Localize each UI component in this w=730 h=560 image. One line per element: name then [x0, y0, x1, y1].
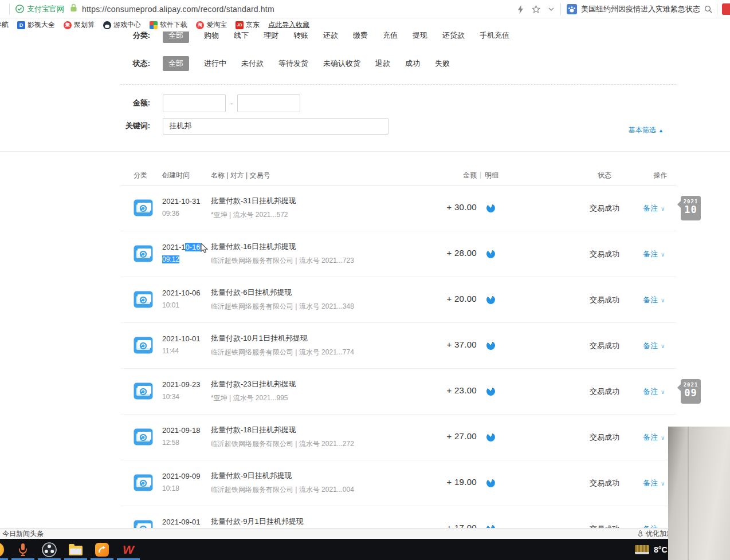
chevron-down-icon[interactable] [548, 7, 554, 11]
remark-link[interactable]: 备注∨ [643, 341, 683, 351]
screen-recorder-icon [95, 543, 109, 557]
detail-pie-icon[interactable] [486, 433, 495, 441]
status-option[interactable]: 失败 [435, 58, 450, 69]
chevron-down-icon: ∨ [661, 389, 665, 395]
row-amount: + 23.00 [390, 385, 477, 395]
video-blue-square-icon: D [17, 21, 25, 29]
bookmark-item[interactable]: 淘爱淘宝 [196, 20, 227, 30]
url-text[interactable]: https://consumeprod.alipay.com/record/st… [82, 5, 274, 14]
row-subtitle: 临沂超铁网络服务有限公司 | 流水号 2021...004 [211, 485, 354, 495]
bookmark-item[interactable]: 导航 [0, 20, 9, 30]
row-datetime: 2021-09-18 12:58 [162, 425, 201, 447]
table-row: 2021-10-06 10:01 批量付款-6日挂机邦提现 临沂超铁网络服务有限… [120, 277, 676, 323]
lock-icon [70, 3, 77, 14]
chevron-down-icon: ∨ [661, 435, 665, 441]
bookmark-item[interactable]: 软件下载 [150, 20, 187, 30]
category-option[interactable]: 还款 [323, 30, 338, 41]
bookmark-item[interactable]: 游戏中心 [103, 20, 141, 30]
taskbar-wps-button[interactable]: W [115, 539, 142, 560]
header-divider: | [480, 171, 481, 179]
keyword-input[interactable] [163, 118, 388, 135]
status-filter-row: 状态: 全部进行中未付款等待发货未确认收货退款成功失败 [120, 56, 450, 72]
category-option[interactable]: 购物 [204, 30, 219, 41]
badge-month: 09 [681, 388, 701, 399]
detail-pie-icon[interactable] [486, 250, 495, 258]
category-option[interactable]: 还贷款 [442, 30, 465, 41]
bookmark-item[interactable]: 聚聚划算 [64, 20, 95, 30]
bookmark-item[interactable]: D影视大全 [17, 20, 55, 30]
taskbar-browser-button[interactable] [0, 539, 10, 560]
status-option[interactable]: 未确认收货 [323, 58, 360, 69]
header-detail: 明细 [485, 171, 499, 180]
transactions-table: 分类 创建时间 名称 | 对方 | 交易号 金额 | 明细 状态 操作 [120, 166, 676, 552]
category-option[interactable]: 转账 [293, 30, 308, 41]
table-row: 2021-09-18 12:58 批量付款-18日挂机邦提现 临沂超铁网络服务有… [120, 415, 676, 460]
taskbar-microphone-button[interactable] [10, 539, 36, 560]
lightning-icon[interactable] [517, 5, 524, 14]
dashed-separator [120, 84, 676, 85]
status-selected[interactable]: 全部 [163, 56, 189, 71]
chevron-down-icon: ∨ [661, 297, 665, 303]
bookmark-item[interactable]: 点此导入收藏 [268, 20, 309, 30]
category-option[interactable]: 充值 [383, 30, 398, 41]
chevron-down-icon: ∨ [661, 206, 665, 212]
month-badge[interactable]: 202110 [681, 196, 701, 220]
category-option[interactable]: 线下 [234, 30, 249, 41]
status-option[interactable]: 成功 [405, 58, 420, 69]
detail-pie-icon[interactable] [486, 479, 495, 487]
news-headline-link[interactable]: 今日新闻头条 [2, 529, 44, 539]
webcam-overlay [668, 427, 730, 560]
row-datetime: 2021-10-01 11:44 [162, 334, 201, 355]
row-subtitle: *亚坤 | 流水号 2021...572 [211, 210, 296, 220]
detail-pie-icon[interactable] [486, 387, 495, 396]
search-icon[interactable] [704, 5, 712, 13]
extension-icon[interactable] [722, 3, 730, 15]
row-subtitle: *亚坤 | 流水号 2021...995 [211, 393, 296, 403]
remark-link[interactable]: 备注∨ [643, 249, 683, 259]
site-verify-badge[interactable]: 支付宝官网 [15, 4, 64, 14]
amount-max-input[interactable] [237, 94, 300, 112]
status-option[interactable]: 进行中 [204, 58, 226, 69]
status-option[interactable]: 等待发货 [278, 58, 308, 69]
wps-icon: W [123, 543, 134, 557]
category-option[interactable]: 提现 [413, 30, 427, 41]
row-status: 交易成功 [579, 203, 630, 214]
row-amount: + 30.00 [390, 202, 477, 212]
amount-min-input[interactable] [163, 94, 226, 112]
row-amount: + 19.00 [390, 477, 477, 487]
category-option[interactable]: 手机充值 [480, 30, 509, 41]
taskbar-folder-button[interactable] [62, 539, 89, 560]
status-option[interactable]: 未付款 [241, 58, 264, 69]
jd-red-square-icon: JD [236, 21, 244, 29]
row-title: 批量付款-6日挂机邦提现 [211, 287, 354, 298]
header-status: 状态 [579, 171, 630, 180]
month-badge[interactable]: 202109 [681, 379, 701, 404]
category-option[interactable]: 理财 [264, 30, 278, 41]
status-option[interactable]: 退款 [375, 58, 390, 69]
row-datetime: 2021-10-06 10:01 [162, 288, 201, 309]
detail-pie-icon[interactable] [486, 204, 495, 212]
taskbar-recorder-button[interactable] [89, 539, 115, 560]
basic-filter-toggle[interactable]: 基本筛选 ▲ [629, 125, 664, 135]
row-datetime: 2021-09-09 10:18 [162, 471, 201, 492]
remark-link[interactable]: 备注∨ [643, 295, 683, 305]
address-bar: 支付宝官网 https://consumeprod.alipay.com/rec… [0, 0, 730, 18]
bookmark-label: 影视大全 [28, 20, 55, 30]
table-row: 2021-10-01 11:44 批量付款-10月1日挂机邦提现 临沂超铁网络服… [120, 323, 676, 369]
chevron-down-icon: ∨ [661, 480, 665, 487]
bookmark-label: 爱淘宝 [206, 20, 227, 30]
batch-payment-icon [134, 199, 153, 216]
keyboard-icon[interactable] [635, 545, 649, 554]
detail-pie-icon[interactable] [486, 341, 495, 350]
half-orb-browser-icon [0, 542, 4, 557]
detail-pie-icon[interactable] [486, 295, 495, 304]
batch-payment-icon [134, 428, 153, 445]
star-icon[interactable] [532, 5, 540, 14]
news-ticker-text[interactable]: 美国纽约州因疫情进入灾难紧急状态 [581, 4, 700, 14]
temperature-label[interactable]: 8°C [654, 545, 668, 554]
news-widget[interactable]: 美国纽约州因疫情进入灾难紧急状态 [567, 4, 712, 14]
category-option[interactable]: 缴费 [353, 30, 368, 41]
bookmark-item[interactable]: JD京东 [236, 20, 260, 30]
row-subtitle: 临沂超铁网络服务有限公司 | 流水号 2021...723 [211, 256, 354, 266]
taskbar-obs-button[interactable] [36, 539, 62, 560]
